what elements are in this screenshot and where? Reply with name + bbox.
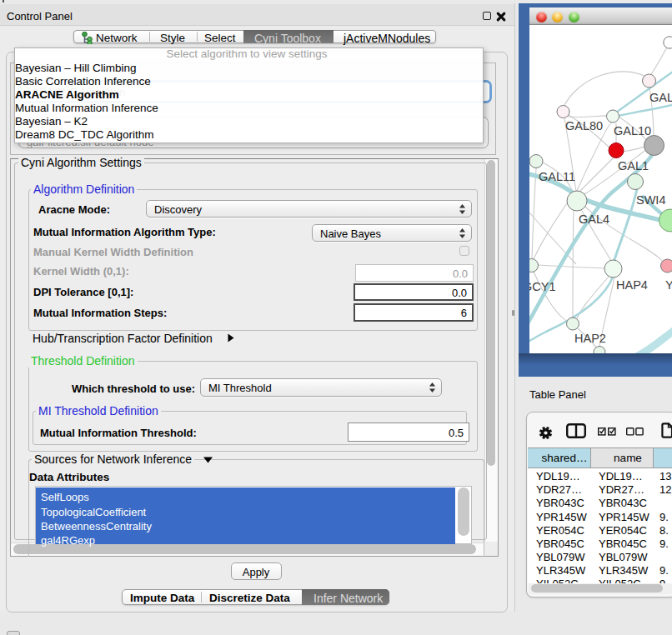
svg-text:GAL1: GAL1 — [618, 159, 649, 172]
svg-text:GAL4: GAL4 — [579, 212, 609, 226]
svg-text:HAP2: HAP2 — [574, 332, 606, 345]
svg-text:GAL11: GAL11 — [539, 170, 575, 183]
svg-text:GAL10: GAL10 — [614, 124, 651, 138]
svg-text:GCY1: GCY1 — [529, 280, 556, 293]
svg-text:GAL2: GAL2 — [649, 91, 672, 104]
svg-text:Y: Y — [665, 278, 672, 292]
svg-text:GAL80: GAL80 — [565, 119, 603, 132]
svg-text:HAP4: HAP4 — [616, 278, 648, 292]
svg-text:SWI4: SWI4 — [636, 193, 665, 207]
